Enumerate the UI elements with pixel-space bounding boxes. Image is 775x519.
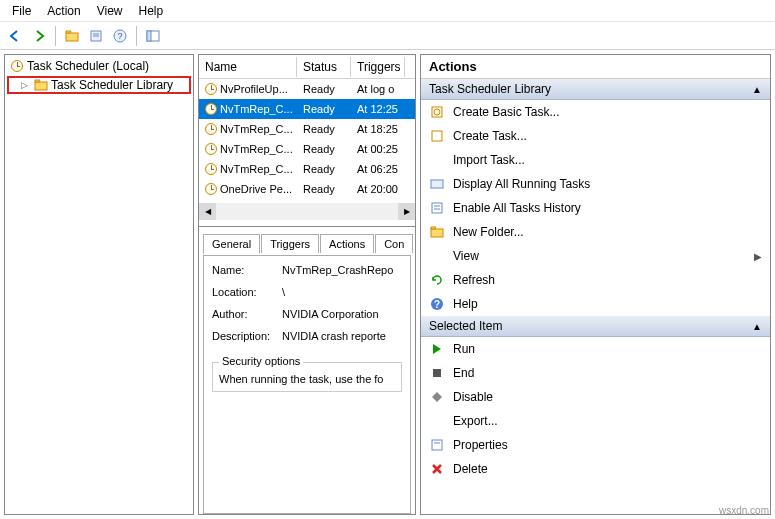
task-row[interactable]: NvTmRep_C...ReadyAt 00:25 bbox=[199, 139, 415, 159]
help-toolbar-button[interactable]: ? bbox=[109, 25, 131, 47]
tab-triggers[interactable]: Triggers bbox=[261, 234, 319, 253]
actions-group-library[interactable]: Task Scheduler Library ▲ bbox=[421, 79, 770, 100]
detail-description-value: NVIDIA crash reporte bbox=[282, 330, 402, 342]
task-row[interactable]: OneDrive Pe...ReadyAt 20:00 bbox=[199, 179, 415, 199]
scroll-right-arrow[interactable]: ▶ bbox=[398, 203, 415, 220]
task-trigger: At 06:25 bbox=[351, 161, 405, 177]
properties-icon bbox=[429, 437, 445, 453]
svg-text:?: ? bbox=[117, 31, 122, 41]
disable-icon bbox=[429, 389, 445, 405]
tree-library[interactable]: ▷ Task Scheduler Library bbox=[7, 76, 191, 94]
action-display-running[interactable]: Display All Running Tasks bbox=[421, 172, 770, 196]
task-trigger: At log o bbox=[351, 81, 405, 97]
actions-group-library-label: Task Scheduler Library bbox=[429, 82, 551, 96]
create-task-icon bbox=[429, 128, 445, 144]
task-icon bbox=[205, 103, 217, 115]
col-status[interactable]: Status bbox=[297, 57, 351, 77]
tab-conditions[interactable]: Con bbox=[375, 234, 413, 253]
delete-icon bbox=[429, 461, 445, 477]
task-header: Name Status Triggers bbox=[199, 55, 415, 79]
properties-button[interactable] bbox=[85, 25, 107, 47]
task-status: Ready bbox=[297, 121, 351, 137]
import-icon bbox=[429, 152, 445, 168]
create-basic-task-icon bbox=[429, 104, 445, 120]
action-new-folder[interactable]: New Folder... bbox=[421, 220, 770, 244]
task-status: Ready bbox=[297, 81, 351, 97]
task-icon bbox=[205, 163, 217, 175]
actions-group-selected[interactable]: Selected Item ▲ bbox=[421, 316, 770, 337]
tab-general[interactable]: General bbox=[203, 234, 260, 254]
folder-up-button[interactable] bbox=[61, 25, 83, 47]
action-enable-history[interactable]: Enable All Tasks History bbox=[421, 196, 770, 220]
menu-action[interactable]: Action bbox=[39, 2, 88, 19]
center-panel: Name Status Triggers NvProfileUp...Ready… bbox=[198, 54, 416, 515]
action-create-basic-task[interactable]: Create Basic Task... bbox=[421, 100, 770, 124]
task-row[interactable]: NvProfileUp...ReadyAt log o bbox=[199, 79, 415, 99]
action-end[interactable]: End bbox=[421, 361, 770, 385]
show-hide-button[interactable] bbox=[142, 25, 164, 47]
action-create-task[interactable]: Create Task... bbox=[421, 124, 770, 148]
collapse-icon: ▲ bbox=[752, 84, 762, 95]
security-legend: Security options bbox=[219, 355, 303, 367]
task-row[interactable]: NvTmRep_C...ReadyAt 12:25 bbox=[199, 99, 415, 119]
detail-name-value: NvTmRep_CrashRepo bbox=[282, 264, 402, 276]
detail-author-value: NVIDIA Corporation bbox=[282, 308, 402, 320]
task-name: NvTmRep_C... bbox=[220, 143, 293, 155]
action-view[interactable]: View ▶ bbox=[421, 244, 770, 268]
details-panel: General Triggers Actions Con ◀ ▶ Name: N… bbox=[199, 226, 415, 514]
menu-view[interactable]: View bbox=[89, 2, 131, 19]
action-delete[interactable]: Delete bbox=[421, 457, 770, 481]
scroll-left-arrow[interactable]: ◀ bbox=[199, 203, 216, 220]
forward-button[interactable] bbox=[28, 25, 50, 47]
task-row[interactable]: NvTmRep_C...ReadyAt 06:25 bbox=[199, 159, 415, 179]
action-import-task[interactable]: Import Task... bbox=[421, 148, 770, 172]
toolbar: ? bbox=[0, 22, 775, 50]
task-list: Name Status Triggers NvProfileUp...Ready… bbox=[199, 55, 415, 203]
back-button[interactable] bbox=[4, 25, 26, 47]
menu-file[interactable]: File bbox=[4, 2, 39, 19]
scheduler-icon bbox=[9, 58, 25, 74]
svg-rect-19 bbox=[433, 369, 441, 377]
expander-icon[interactable]: ▷ bbox=[21, 80, 31, 90]
action-disable[interactable]: Disable bbox=[421, 385, 770, 409]
tree-panel: Task Scheduler (Local) ▷ Task Scheduler … bbox=[4, 54, 194, 515]
tab-strip: General Triggers Actions Con ◀ ▶ bbox=[203, 231, 411, 255]
svg-rect-0 bbox=[66, 33, 78, 41]
action-export[interactable]: Export... bbox=[421, 409, 770, 433]
scroll-track[interactable] bbox=[216, 203, 398, 220]
task-name: NvTmRep_C... bbox=[220, 103, 293, 115]
action-refresh[interactable]: Refresh bbox=[421, 268, 770, 292]
svg-rect-13 bbox=[432, 203, 442, 213]
menu-bar: File Action View Help bbox=[0, 0, 775, 22]
detail-author-label: Author: bbox=[212, 308, 282, 320]
col-triggers[interactable]: Triggers bbox=[351, 57, 405, 77]
main-area: Task Scheduler (Local) ▷ Task Scheduler … bbox=[0, 50, 775, 519]
action-properties[interactable]: Properties bbox=[421, 433, 770, 457]
col-name[interactable]: Name bbox=[199, 57, 297, 77]
svg-rect-7 bbox=[147, 31, 151, 41]
actions-panel: Actions Task Scheduler Library ▲ Create … bbox=[420, 54, 771, 515]
svg-text:?: ? bbox=[434, 299, 440, 310]
task-trigger: At 00:25 bbox=[351, 141, 405, 157]
task-row[interactable]: NvTmRep_C...ReadyAt 18:25 bbox=[199, 119, 415, 139]
tree-root-label: Task Scheduler (Local) bbox=[27, 59, 149, 73]
menu-help[interactable]: Help bbox=[131, 2, 172, 19]
help-icon: ? bbox=[429, 296, 445, 312]
action-run[interactable]: Run bbox=[421, 337, 770, 361]
horizontal-scrollbar[interactable]: ◀ ▶ bbox=[199, 203, 415, 220]
svg-rect-12 bbox=[431, 180, 443, 188]
end-icon bbox=[429, 365, 445, 381]
tree-root[interactable]: Task Scheduler (Local) bbox=[7, 57, 191, 75]
svg-rect-11 bbox=[432, 131, 442, 141]
action-help[interactable]: ? Help bbox=[421, 292, 770, 316]
task-icon bbox=[205, 83, 217, 95]
task-icon bbox=[205, 183, 217, 195]
toolbar-separator bbox=[55, 26, 56, 46]
detail-name-label: Name: bbox=[212, 264, 282, 276]
security-text: When running the task, use the fo bbox=[219, 373, 395, 385]
task-name: NvTmRep_C... bbox=[220, 163, 293, 175]
task-status: Ready bbox=[297, 181, 351, 197]
actions-group-selected-label: Selected Item bbox=[429, 319, 502, 333]
tab-actions[interactable]: Actions bbox=[320, 234, 374, 253]
task-trigger: At 20:00 bbox=[351, 181, 405, 197]
